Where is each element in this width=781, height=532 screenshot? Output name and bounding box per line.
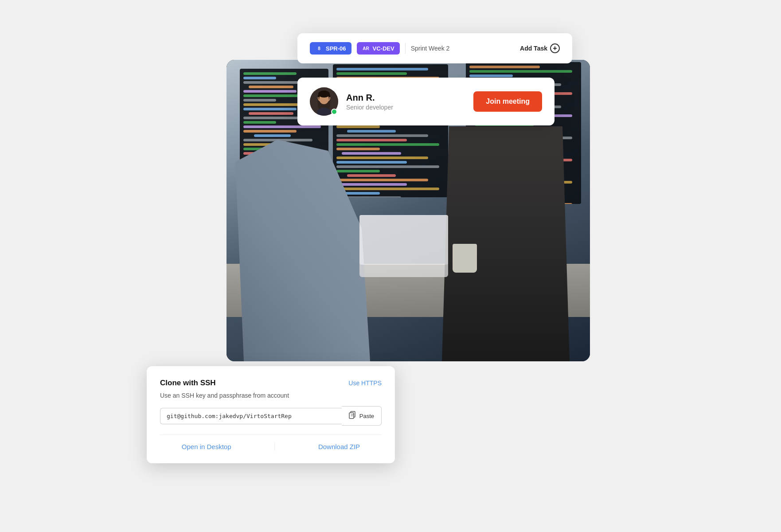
task-tag-spr06[interactable]: 8 SPR-06 — [310, 42, 351, 55]
paste-label: Paste — [359, 413, 374, 419]
user-info: Ann R. Senior developer — [346, 93, 465, 111]
vcdev-icon: AR — [362, 44, 370, 52]
ssh-url-input[interactable] — [160, 408, 342, 424]
spr06-label: SPR-06 — [326, 45, 346, 52]
user-role: Senior developer — [346, 104, 465, 111]
clone-actions: Open in Desktop Download ZIP — [160, 434, 382, 451]
clone-description: Use an SSH key and passphrase from accou… — [160, 392, 382, 399]
join-meeting-button[interactable]: Join meeting — [473, 91, 542, 112]
laptop — [359, 215, 448, 277]
task-bar-card: 8 SPR-06 AR VC-DEV Sprint Week 2 Add Tas… — [297, 33, 572, 63]
paste-button[interactable]: Paste — [342, 406, 382, 426]
user-card: Ann R. Senior developer Join meeting — [297, 78, 555, 125]
add-task-button[interactable]: Add Task + — [520, 43, 560, 53]
clone-header: Clone with SSH Use HTTPS — [160, 379, 382, 387]
user-name: Ann R. — [346, 93, 465, 103]
add-task-label: Add Task — [520, 45, 547, 52]
spr06-icon: 8 — [315, 44, 323, 52]
actions-divider — [274, 442, 275, 451]
avatar-container — [310, 87, 338, 116]
svg-point-3 — [318, 90, 330, 98]
online-indicator — [331, 109, 337, 115]
paste-icon — [349, 411, 357, 421]
open-in-desktop-link[interactable]: Open in Desktop — [182, 443, 231, 450]
task-tag-vcdev[interactable]: AR VC-DEV — [357, 42, 400, 55]
use-https-link[interactable]: Use HTTPS — [348, 379, 382, 387]
mug — [453, 244, 477, 273]
plus-circle-icon: + — [550, 43, 560, 53]
ssh-input-row: Paste — [160, 406, 382, 426]
clone-title: Clone with SSH — [160, 379, 216, 387]
vcdev-label: VC-DEV — [373, 45, 394, 52]
clone-ssh-card: Clone with SSH Use HTTPS Use an SSH key … — [147, 366, 395, 463]
download-zip-link[interactable]: Download ZIP — [318, 443, 360, 450]
task-divider — [405, 43, 406, 54]
sprint-label: Sprint Week 2 — [411, 45, 450, 52]
